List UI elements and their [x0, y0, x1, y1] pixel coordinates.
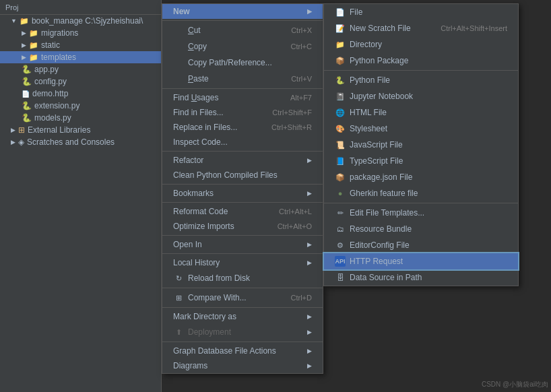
findusages-left: Find Usages — [173, 93, 218, 102]
menu-item-openin[interactable]: Open In ▶ — [162, 237, 323, 252]
menu-item-inspectcode[interactable]: Inspect Code... — [162, 135, 323, 150]
tree-item-migrations[interactable]: ▶ 📁 migrations — [0, 27, 161, 39]
deployment-label: Deployment — [188, 327, 231, 337]
menu-item-graphdb[interactable]: Graph Database File Actions ▶ — [162, 344, 323, 358]
menu-item-comparewith[interactable]: ⊞ Compare With... Ctrl+D — [162, 290, 323, 306]
tree-item-extlibs[interactable]: ▶ ⊞ External Libraries — [0, 124, 161, 136]
tree-root[interactable]: ▼ 📁 book_manage C:\Sjyzheishuai\ — [0, 15, 161, 27]
menu-item-paste[interactable]: Paste Ctrl+V — [162, 71, 323, 87]
paste-label: Paste — [188, 74, 209, 84]
menu-item-copy[interactable]: Copy Ctrl+C — [162, 38, 323, 55]
jupyternotebook-left: 📓 Jupyter Notebook — [335, 91, 413, 102]
localhistory-left: Local History — [173, 258, 220, 267]
sep-9 — [162, 307, 323, 308]
menu-item-deployment[interactable]: ⬆ Deployment ▶ — [162, 324, 323, 340]
tree-item-configpy[interactable]: 🐍 config.py — [0, 75, 161, 88]
tree-item-static[interactable]: ▶ 📁 static — [0, 39, 161, 51]
menu-item-optimizeimports[interactable]: Optimize Imports Ctrl+Alt+O — [162, 219, 323, 234]
menu-item-resourcebundle[interactable]: 🗂 Resource Bundle — [324, 221, 518, 237]
packagejson-icon: 📦 — [335, 172, 346, 183]
copy-label: Copy — [188, 42, 207, 51]
menu-item-cut[interactable]: Cut Ctrl+X — [162, 22, 323, 38]
sep-5 — [162, 202, 323, 203]
menu-item-jupyternotebook[interactable]: 📓 Jupyter Notebook — [324, 88, 518, 104]
menu-item-findusages[interactable]: Find Usages Alt+F7 — [162, 90, 323, 105]
localhistory-label: Local History — [173, 258, 220, 267]
menu-item-gherkin[interactable]: ● Gherkin feature file — [324, 185, 518, 201]
menu-item-copypath[interactable]: Copy Path/Reference... — [162, 55, 323, 71]
menu-item-editorconfig[interactable]: ⚙ EditorConfig File — [324, 237, 518, 253]
menu-item-markdirectoryas[interactable]: Mark Directory as ▶ — [162, 309, 323, 324]
pythonpackage-label: Python Package — [350, 56, 408, 65]
menu-item-pythonfile[interactable]: 🐍 Python File — [324, 72, 518, 88]
migrations-arrow: ▶ — [22, 30, 26, 36]
menu-item-stylesheet[interactable]: 🎨 Stylesheet — [324, 121, 518, 137]
root-folder-icon: 📁 — [20, 17, 29, 26]
tree-item-modelspy[interactable]: 🐍 models.py — [0, 112, 161, 124]
menu-item-newscratchfile[interactable]: 📝 New Scratch File Ctrl+Alt+Shift+Insert — [324, 20, 518, 36]
inspectcode-label: Inspect Code... — [173, 137, 228, 147]
jsfile-left: 📜 JavaScript File — [335, 139, 403, 150]
tree-item-templates[interactable]: ▶ 📁 templates — [0, 51, 161, 63]
menu-item-replaceinfiles[interactable]: Replace in Files... Ctrl+Shift+R — [162, 120, 323, 135]
tree-item-scratches[interactable]: ▶ ◈ Scratches and Consoles — [0, 136, 161, 148]
httprequest-left: API HTTP Request — [335, 256, 403, 267]
menu-item-directory[interactable]: 📁 Directory — [324, 36, 518, 53]
menu-item-httprequest[interactable]: API HTTP Request — [324, 253, 518, 269]
jupyternotebook-icon: 📓 — [335, 91, 346, 102]
refactor-label: Refactor — [173, 156, 203, 165]
editfiletemplates-icon: ✏ — [335, 207, 346, 218]
pythonfile-left: 🐍 Python File — [335, 75, 390, 86]
replaceinfiles-shortcut: Ctrl+Shift+R — [271, 123, 312, 131]
optimizeimports-shortcut: Ctrl+Alt+O — [278, 222, 312, 230]
watermark: CSDN @小脑袋ai吃肉 — [482, 380, 548, 389]
menu-item-htmlfile[interactable]: 🌐 HTML File — [324, 104, 518, 121]
findinfiles-label: Find in Files... — [173, 108, 224, 117]
tree-item-extensionpy[interactable]: 🐍 extension.py — [0, 100, 161, 112]
editorconfig-icon: ⚙ — [335, 240, 346, 251]
static-icon: 📁 — [29, 41, 38, 50]
menu-item-pythonpackage[interactable]: 📦 Python Package — [324, 53, 518, 69]
menu-item-refactor[interactable]: Refactor ▶ — [162, 153, 323, 168]
datasource-icon: 🗄 — [335, 272, 346, 283]
migrations-label: migrations — [41, 28, 78, 38]
menu-item-file[interactable]: 📄 File — [324, 4, 518, 20]
modelspy-icon: 🐍 — [22, 113, 32, 123]
menu-item-editfiletemplates[interactable]: ✏ Edit File Templates... — [324, 205, 518, 221]
menu-item-localhistory[interactable]: Local History ▶ — [162, 255, 323, 270]
newscratchfile-shortcut: Ctrl+Alt+Shift+Insert — [441, 24, 507, 32]
file-icon: 📄 — [335, 7, 346, 18]
menu-item-cleanpython[interactable]: Clean Python Compiled Files — [162, 168, 323, 183]
extlibs-label: External Libraries — [28, 125, 90, 135]
comparewith-left: ⊞ Compare With... — [173, 292, 247, 303]
httprequest-label: HTTP Request — [350, 257, 403, 266]
deployment-left: ⬆ Deployment — [173, 327, 231, 337]
reload-icon: ↻ — [173, 273, 184, 284]
menu-item-datasource[interactable]: 🗄 Data Source in Path — [324, 269, 518, 286]
menu-item-reload[interactable]: ↻ Reload from Disk — [162, 270, 323, 286]
menu-item-diagrams[interactable]: Diagrams ▶ — [162, 358, 323, 373]
httprequest-icon: API — [335, 256, 346, 267]
inspectcode-left: Inspect Code... — [173, 137, 228, 147]
diagrams-arrow: ▶ — [307, 362, 312, 369]
newscratchfile-left: 📝 New Scratch File — [335, 23, 411, 34]
scratches-icon: ◈ — [18, 137, 24, 147]
extensionpy-label: extension.py — [34, 101, 79, 110]
menu-item-packagejson[interactable]: 📦 package.json File — [324, 169, 518, 185]
new-arrow: ▶ — [307, 8, 312, 15]
menu-item-new[interactable]: New ▶ — [162, 4, 323, 19]
openin-left: Open In — [173, 240, 202, 249]
menu-item-bookmarks[interactable]: Bookmarks ▶ — [162, 186, 323, 201]
refactor-left: Refactor — [173, 156, 203, 165]
menu-item-tsfile[interactable]: 📘 TypeScript File — [324, 153, 518, 169]
menu-item-reformat[interactable]: Reformat Code Ctrl+Alt+L — [162, 204, 323, 219]
file-left: 📄 File — [335, 7, 362, 18]
tree-item-demohttp[interactable]: 📄 demo.http — [0, 88, 161, 100]
copy-left: Copy — [173, 41, 207, 52]
sep-2 — [162, 88, 323, 89]
tree-item-apppy[interactable]: 🐍 app.py — [0, 63, 161, 75]
menu-item-findinfiles[interactable]: Find in Files... Ctrl+Shift+F — [162, 105, 323, 120]
comparewith-icon: ⊞ — [173, 292, 184, 303]
modelspy-label: models.py — [34, 113, 71, 123]
menu-item-jsfile[interactable]: 📜 JavaScript File — [324, 137, 518, 153]
